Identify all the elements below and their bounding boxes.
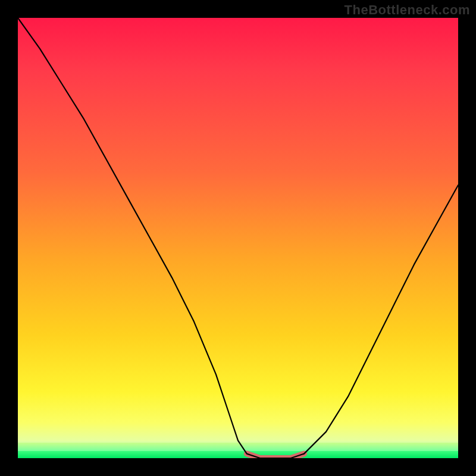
bottleneck-curve-path: [18, 18, 458, 458]
curve-svg: [18, 18, 458, 458]
plot-area: [18, 18, 458, 458]
chart-frame: TheBottleneck.com: [0, 0, 476, 476]
watermark-text: TheBottleneck.com: [345, 2, 470, 18]
